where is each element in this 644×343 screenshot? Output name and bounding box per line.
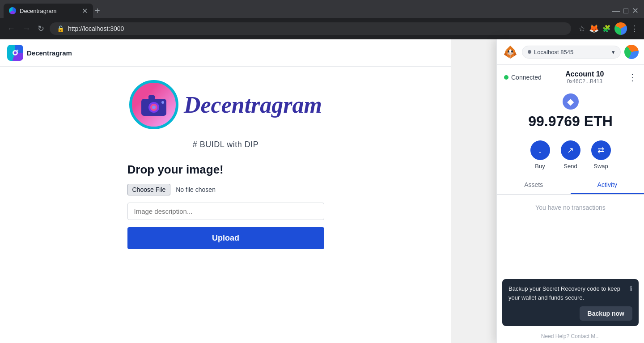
profile-avatar[interactable] [614, 22, 627, 35]
mm-account-address: 0x46C2...B413 [567, 78, 602, 85]
mm-backup-banner: Backup your Secret Recovery code to keep… [502, 279, 639, 326]
mm-send-label: Send [564, 163, 577, 169]
svg-point-1 [14, 51, 17, 54]
mm-buy-icon: ↓ [538, 146, 542, 155]
mm-backup-info-icon: ℹ [630, 284, 632, 293]
mm-network-dot [528, 50, 531, 54]
choose-file-button[interactable]: Choose File [127, 184, 171, 195]
mm-connected-dot [504, 75, 508, 80]
mm-buy-button[interactable]: ↓ Buy [530, 140, 550, 169]
brand-circle [129, 80, 178, 129]
reload-button[interactable]: ↻ [36, 22, 46, 35]
mm-header: Localhost 8545 ▾ [497, 39, 644, 65]
mm-help-text: Need Help? Contact M... [497, 330, 644, 343]
mm-send-button[interactable]: ↗ Send [561, 140, 580, 169]
minimize-icon[interactable]: — [612, 6, 620, 16]
app-header: Decentragram [0, 39, 451, 67]
mm-eth-icon: ◆ [563, 93, 579, 110]
app-main: Decentragram # BUIDL with DIP Drop your … [0, 67, 451, 249]
app-logo-text: Decentragram [27, 49, 72, 57]
mm-network-button[interactable]: Localhost 8545 ▾ [522, 46, 621, 59]
metamask-fox-ext[interactable]: 🦊 [589, 24, 599, 34]
mm-backup-now-button[interactable]: Backup now [580, 306, 632, 321]
brand-name-text: Decentragram [184, 92, 322, 118]
drop-label: Drop your image! [127, 163, 224, 177]
mm-buy-label: Buy [535, 163, 545, 169]
mm-backup-message: Backup your Secret Recovery code to keep… [508, 284, 630, 302]
new-tab-icon[interactable]: + [95, 6, 100, 16]
tagline: # BUIDL with DIP [193, 140, 258, 149]
maximize-icon[interactable]: □ [623, 6, 628, 16]
lock-icon: 🔒 [57, 25, 64, 32]
tab-favicon [9, 7, 16, 14]
close-window-icon[interactable]: ✕ [632, 6, 639, 16]
more-options-icon[interactable]: ⋮ [631, 24, 639, 34]
upload-button[interactable]: Upload [127, 227, 324, 249]
svg-point-20 [508, 51, 509, 53]
back-button[interactable]: ← [5, 22, 17, 35]
nav-bar: ← → ↻ 🔒 http://localhost:3000 ☆ 🦊 🧩 ⋮ [0, 18, 644, 39]
tab-bar: Decentragram ✕ + — □ ✕ [0, 0, 644, 18]
mm-eth-symbol: ◆ [567, 96, 574, 107]
mm-activity-tab[interactable]: Activity [571, 177, 644, 194]
no-file-text: No file chosen [176, 186, 216, 193]
mm-swap-label: Swap [593, 163, 608, 169]
metamask-panel: Localhost 8545 ▾ Connected Account 10 0x… [496, 39, 644, 343]
browser-chrome: Decentragram ✕ + — □ ✕ ← → ↻ 🔒 http://lo… [0, 0, 644, 39]
mm-tabs-row: Assets Activity [497, 177, 644, 195]
bookmark-icon[interactable]: ☆ [578, 24, 585, 34]
mm-network-name: Localhost 8545 [534, 49, 573, 55]
active-tab[interactable]: Decentragram ✕ [4, 4, 93, 18]
mm-connected-text: Connected [511, 74, 542, 81]
mm-assets-tab[interactable]: Assets [497, 177, 571, 194]
forward-button[interactable]: → [21, 22, 32, 35]
mm-balance-text: 99.9769 ETH [528, 113, 613, 130]
mm-network-chevron: ▾ [612, 49, 615, 55]
brand-area: Decentragram [129, 80, 322, 129]
svg-point-6 [152, 106, 156, 109]
mm-account-name: Account 10 [565, 70, 604, 78]
url-text: http://localhost:3000 [68, 25, 124, 32]
mm-fox-logo [502, 44, 518, 60]
mm-swap-button[interactable]: ⇄ Swap [591, 140, 611, 169]
tab-close-icon[interactable]: ✕ [82, 7, 88, 15]
upload-section: Drop your image! Choose File No file cho… [127, 163, 324, 249]
camera-icon [140, 93, 168, 117]
mm-no-transactions: You have no transactions [497, 195, 644, 275]
svg-point-21 [511, 51, 513, 53]
mm-send-icon: ↗ [567, 145, 574, 155]
mm-swap-icon: ⇄ [597, 145, 604, 155]
svg-rect-7 [148, 95, 155, 100]
address-bar[interactable]: 🔒 http://localhost:3000 [50, 22, 571, 35]
mm-balance-section: ◆ 99.9769 ETH [497, 90, 644, 137]
mm-account-info: Account 10 0x46C2...B413 [565, 70, 604, 85]
svg-point-2 [17, 50, 18, 51]
app-logo-icon [7, 45, 23, 61]
page-content: Decentragram Decentragram [0, 39, 451, 343]
chrome-extensions-icon[interactable]: 🧩 [602, 25, 611, 33]
mm-profile-button[interactable] [624, 45, 639, 59]
main-layout: Decentragram Decentragram [0, 39, 644, 343]
mm-account-options-button[interactable]: ⋮ [628, 72, 637, 83]
image-description-input[interactable] [127, 203, 324, 220]
tab-title: Decentragram [20, 8, 78, 14]
svg-point-8 [161, 101, 164, 104]
file-input-row: Choose File No file chosen [127, 184, 216, 195]
mm-connected-status: Connected [504, 74, 542, 81]
mm-actions-row: ↓ Buy ↗ Send ⇄ Swap [497, 137, 644, 177]
mm-account-section: Connected Account 10 0x46C2...B413 ⋮ [497, 65, 644, 90]
